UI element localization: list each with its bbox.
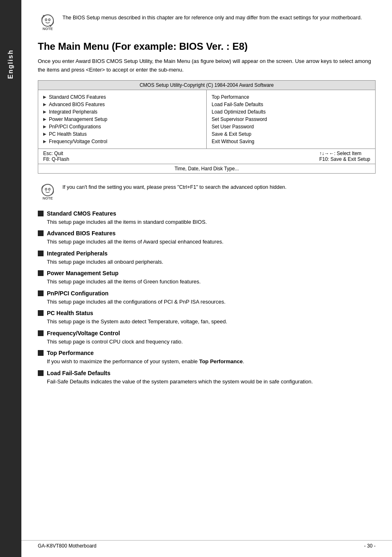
bullet-icon-6 (38, 310, 44, 316)
sections-list: Standard CMOS Features This setup page i… (38, 210, 376, 386)
bios-footer-left: Esc: Quit F8: Q-Flash (43, 151, 69, 162)
section-title-freq-voltage: Frequency/Voltage Control (38, 330, 376, 337)
bios-left-column: ▶ Standard CMOS Features ▶ Advanced BIOS… (38, 90, 207, 149)
section-advanced-bios: Advanced BIOS Features This setup page i… (38, 230, 376, 246)
note2-text: If you can't find the setting you want, … (62, 182, 286, 191)
bullet-icon-5 (38, 290, 44, 296)
section-integrated-peripherals: Integrated Peripherals This setup page i… (38, 250, 376, 266)
bullet-icon-7 (38, 330, 44, 336)
bios-left-item-6[interactable]: ▶ PC Health Status (43, 130, 201, 138)
svg-point-4 (42, 184, 53, 196)
section-desc-top-performance: If you wish to maximize the performance … (47, 357, 376, 366)
bios-left-item-4[interactable]: ▶ Power Management Setup (43, 116, 201, 123)
bios-right-item-3[interactable]: Load Optimized Defaults (212, 108, 370, 116)
section-title-pc-health: PC Health Status (38, 310, 376, 316)
bios-footer: Esc: Quit F8: Q-Flash ↑↓→←: Select Item … (38, 149, 375, 164)
section-title-standard-cmos: Standard CMOS Features (38, 210, 376, 217)
bios-right-item-7[interactable]: Exit Without Saving (212, 138, 370, 145)
bios-arrow-select: ↑↓→←: Select Item (319, 151, 370, 156)
section-desc-pc-health: This setup page is the System auto detec… (47, 318, 376, 326)
bios-bottom-bar: Time, Date, Hard Disk Type... (38, 164, 375, 173)
note-icon-1: NOTE (38, 12, 58, 33)
bullet-icon-9 (38, 370, 44, 376)
note-box-2: NOTE If you can't find the setting you w… (38, 182, 376, 203)
section-power-management: Power Management Setup This setup page i… (38, 270, 376, 286)
section-desc-freq-voltage: This setup page is control CPU clock and… (47, 338, 376, 346)
page-footer: GA-K8VT800 Motherboard - 30 - (21, 540, 392, 549)
svg-point-0 (42, 15, 53, 26)
bullet-icon-2 (38, 230, 44, 236)
sidebar-label: English (7, 49, 14, 79)
section-desc-advanced-bios: This setup page includes all the items o… (47, 238, 376, 246)
bios-left-item-5[interactable]: ▶ PnP/PCI Configurations (43, 123, 201, 130)
page-title: The Main Menu (For example: BIOS Ver. : … (38, 41, 376, 52)
section-standard-cmos: Standard CMOS Features This setup page i… (38, 210, 376, 226)
arrow-icon-1: ▶ (43, 95, 46, 99)
section-title-pnp-pci: PnP/PCI Configuration (38, 290, 376, 297)
svg-point-5 (45, 188, 47, 190)
svg-text:NOTE: NOTE (42, 196, 53, 200)
section-pnp-pci: PnP/PCI Configuration This setup page in… (38, 290, 376, 306)
bullet-icon-4 (38, 270, 44, 276)
bios-left-item-3[interactable]: ▶ Integrated Peripherals (43, 108, 201, 116)
section-desc-load-failsafe: Fail-Safe Defaults indicates the value o… (47, 378, 376, 386)
bios-left-item-7[interactable]: ▶ Frequency/Voltage Control (43, 138, 201, 145)
section-freq-voltage: Frequency/Voltage Control This setup pag… (38, 330, 376, 346)
arrow-icon-3: ▶ (43, 109, 46, 114)
bios-table: CMOS Setup Utility-Copyright (C) 1984-20… (38, 80, 376, 174)
main-content: NOTE The BIOS Setup menus described in t… (21, 0, 392, 406)
bios-footer-right: ↑↓→←: Select Item F10: Save & Exit Setup (319, 151, 370, 162)
bios-f10-save: F10: Save & Exit Setup (319, 156, 370, 162)
section-title-load-failsafe: Load Fail-Safe Defaults (38, 370, 376, 376)
bios-f8-qflash: F8: Q-Flash (43, 156, 69, 162)
svg-point-2 (48, 19, 50, 21)
footer-left: GA-K8VT800 Motherboard (38, 543, 97, 549)
arrow-icon-6: ▶ (43, 132, 46, 136)
note-icon-2: NOTE (38, 182, 58, 203)
bios-table-header: CMOS Setup Utility-Copyright (C) 1984-20… (38, 81, 375, 90)
bios-right-item-6[interactable]: Save & Exit Setup (212, 130, 370, 138)
note-box-1: NOTE The BIOS Setup menus described in t… (38, 12, 376, 33)
bios-right-column: Top Performance Load Fail-Safe Defaults … (207, 90, 375, 149)
section-desc-power-management: This setup page includes all the items o… (47, 278, 376, 286)
arrow-icon-5: ▶ (43, 124, 46, 129)
section-top-performance: Top Performance If you wish to maximize … (38, 350, 376, 366)
bios-right-item-4[interactable]: Set Supervisor Password (212, 116, 370, 123)
bios-left-item-2[interactable]: ▶ Advanced BIOS Features (43, 101, 201, 108)
svg-text:NOTE: NOTE (42, 27, 53, 31)
sidebar: English (0, 0, 21, 557)
bios-right-item-1[interactable]: Top Performance (212, 93, 370, 101)
bullet-icon-8 (38, 350, 44, 356)
svg-point-1 (45, 19, 47, 21)
bullet-icon-1 (38, 211, 44, 216)
bullet-icon-3 (38, 251, 44, 256)
section-title-power-management: Power Management Setup (38, 270, 376, 276)
arrow-icon-2: ▶ (43, 102, 46, 107)
bios-right-item-2[interactable]: Load Fail-Safe Defaults (212, 101, 370, 108)
intro-paragraph: Once you enter Award BIOS CMOS Setup Uti… (38, 57, 376, 74)
section-desc-pnp-pci: This setup page includes all the configu… (47, 298, 376, 306)
arrow-icon-4: ▶ (43, 117, 46, 121)
section-desc-standard-cmos: This setup page includes all the items i… (47, 218, 376, 226)
section-pc-health: PC Health Status This setup page is the … (38, 310, 376, 326)
section-title-advanced-bios: Advanced BIOS Features (38, 230, 376, 237)
note1-text: The BIOS Setup menus described in this c… (62, 12, 362, 22)
section-load-failsafe: Load Fail-Safe Defaults Fail-Safe Defaul… (38, 370, 376, 386)
bios-left-item-1[interactable]: ▶ Standard CMOS Features (43, 93, 201, 101)
bios-table-body: ▶ Standard CMOS Features ▶ Advanced BIOS… (38, 90, 375, 149)
bios-esc-quit: Esc: Quit (43, 151, 69, 156)
svg-point-6 (48, 188, 50, 190)
footer-right: - 30 - (364, 543, 376, 549)
section-title-integrated-peripherals: Integrated Peripherals (38, 250, 376, 257)
bios-right-item-5[interactable]: Set User Password (212, 123, 370, 130)
section-title-top-performance: Top Performance (38, 350, 376, 356)
section-desc-integrated-peripherals: This setup page includes all onboard per… (47, 258, 376, 266)
arrow-icon-7: ▶ (43, 139, 46, 144)
